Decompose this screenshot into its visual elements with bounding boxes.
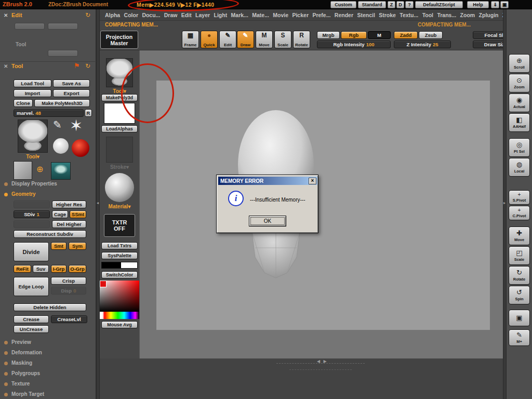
gyro-gizmo-icon[interactable]: ⊕ (36, 164, 43, 174)
edit-tool-button[interactable]: ✎ Edit (219, 31, 236, 48)
menu-movie[interactable]: Movie (273, 12, 288, 18)
right-panel-divider[interactable]: ▸ (503, 9, 507, 399)
display-properties-header[interactable]: Display Properties (11, 181, 57, 187)
stroke-thumbnail[interactable] (106, 137, 133, 163)
rotate-3d-button[interactable]: ↻ Rotate (509, 266, 530, 285)
delete-hidden-button[interactable]: Delete Hidden (14, 303, 86, 311)
mrgb-button[interactable]: Mrgb (317, 31, 340, 39)
menu-picker[interactable]: Picker (292, 12, 309, 18)
edge-loop-button[interactable]: Edge Loop (14, 277, 49, 296)
sym-button[interactable]: Sym (69, 242, 86, 250)
crease-lvl-slider[interactable]: CreaseLvl (51, 315, 87, 323)
ssmt-button[interactable]: SSmt (70, 210, 86, 218)
resize-bar[interactable] (276, 363, 365, 364)
resize-bar[interactable] (289, 369, 352, 370)
actual-button[interactable]: ◉ Actual (509, 94, 530, 112)
igrp-button[interactable]: I-Grp (51, 265, 66, 273)
document-area[interactable] (156, 81, 490, 330)
collapse-left-arrow-icon[interactable]: ◂ (97, 201, 99, 205)
clone-button[interactable]: Clone (14, 99, 33, 107)
rotate-tool-button[interactable]: R Rotate (293, 31, 310, 48)
pt-sel-button[interactable]: ◎ Pt Sel (509, 138, 530, 157)
move-tool-button[interactable]: M Move (256, 31, 273, 48)
menu-tool[interactable]: Tool (422, 12, 433, 18)
sphere-tool-thumbnail[interactable] (53, 138, 69, 154)
standard-button[interactable]: Standard (358, 1, 386, 8)
default-zscript-button[interactable]: DefaultZScript (415, 1, 463, 8)
make-polymesh3d-button[interactable]: Make PolyMesh3D (34, 99, 90, 107)
import-button[interactable]: Import (14, 89, 51, 97)
z-intensity-slider[interactable]: Z Intensity 25 (394, 41, 451, 48)
save-as-button[interactable]: Save As (53, 79, 90, 87)
switchcolor-button[interactable]: SwitchColor (101, 271, 138, 278)
masking-header[interactable]: Masking (11, 360, 32, 366)
help-button[interactable]: Help (467, 1, 489, 8)
quick-tool-button[interactable]: ● Quick (201, 31, 218, 48)
menu-preferences[interactable]: Prefe... (312, 12, 330, 18)
d-button[interactable]: D (396, 1, 404, 8)
current-tool-thumbnail[interactable] (18, 119, 48, 153)
menu-transform[interactable]: Trans... (437, 12, 456, 18)
document-canvas[interactable] (139, 50, 507, 358)
edit-palette-header[interactable]: Edit (11, 12, 22, 18)
marker-head-thumbnail[interactable] (51, 162, 71, 180)
collapse-right-arrow-icon[interactable]: ▸ (503, 201, 506, 205)
current-color-swatch[interactable] (100, 281, 107, 287)
active-tool-thumbnail[interactable] (106, 58, 133, 87)
menu-stroke[interactable]: Stroke (379, 12, 396, 18)
frame-tool-button[interactable]: ▦ Frame (182, 31, 199, 48)
menu-light[interactable]: Light (214, 12, 228, 18)
crisp-button[interactable]: Crisp (51, 277, 86, 285)
dialog-close-icon[interactable]: × (309, 178, 316, 184)
z-button[interactable]: Z (388, 1, 395, 8)
projection-master-button[interactable]: Projection Master (100, 31, 138, 49)
custom-button[interactable]: Custom (330, 1, 356, 8)
menu-marker[interactable]: Mark... (231, 12, 248, 18)
window-icon[interactable]: ▣ (500, 1, 509, 8)
dialog-titlebar[interactable]: MEMORY ERROR × (218, 177, 317, 185)
stroke-dropdown[interactable]: Stroke▾ (100, 164, 139, 170)
divide-button[interactable]: Divide (14, 242, 49, 261)
higher-res-button[interactable]: Higher Res (52, 201, 86, 208)
menu-texture[interactable]: Textu... (400, 12, 418, 18)
material-dropdown[interactable]: Material▾ (100, 204, 139, 209)
suv-button[interactable]: Suv (33, 265, 49, 273)
zadd-button[interactable]: Zadd (394, 31, 418, 39)
rgb-intensity-slider[interactable]: Rgb Intensity 100 (317, 41, 391, 48)
aahalf-button[interactable]: ◧ AAHalf (509, 113, 530, 132)
rgb-button[interactable]: Rgb (341, 31, 367, 39)
reconstruct-subdiv-button[interactable]: Reconstruct Subdiv (14, 230, 86, 238)
texture-off-button[interactable]: TXTR OFF (104, 214, 135, 237)
menu-color[interactable]: Color (124, 12, 138, 18)
mouse-avg-button[interactable]: Mouse Avg (101, 321, 138, 328)
makepoly3d-button[interactable]: MakePoly3d (101, 94, 138, 101)
plane-tool-thumbnail[interactable] (14, 161, 32, 180)
geometry-header[interactable]: Geometry (11, 191, 36, 197)
c-pivot-button[interactable]: + C.Pivot (509, 206, 530, 220)
texture-header[interactable]: Texture (11, 381, 30, 387)
star-tool-icon[interactable]: ✶ (70, 116, 83, 135)
flag-icon[interactable]: ⚑ (74, 62, 80, 70)
refit-button[interactable]: ReFit (14, 265, 31, 273)
smt-button[interactable]: Smt (51, 242, 66, 250)
zsub-button[interactable]: Zsub (419, 31, 443, 39)
scale-3d-button[interactable]: ◰ Scale (509, 246, 530, 265)
menu-alpha[interactable]: Alpha (105, 12, 120, 18)
snapshot-button[interactable]: ▣ (509, 310, 530, 326)
del-higher-button[interactable]: Del Higher (52, 220, 86, 228)
load-tool-button[interactable]: Load Tool (14, 79, 51, 87)
polygroups-header[interactable]: Polygroups (11, 370, 40, 376)
tool-palette-header[interactable]: Tool (11, 63, 23, 69)
export-button[interactable]: Export (53, 89, 90, 97)
bw-gradient-swatch[interactable] (101, 262, 138, 269)
crease-button[interactable]: Crease (14, 315, 49, 323)
m-button[interactable]: M (368, 31, 391, 39)
tool-quick-dropdown[interactable]: Tool▾ (100, 88, 139, 94)
tool-name-field[interactable]: marvel. 48 (14, 109, 84, 117)
preview-header[interactable]: Preview (11, 339, 31, 345)
morph-target-header[interactable]: Morph Target (11, 391, 44, 397)
s-pivot-button[interactable]: + S.Pivot (509, 190, 530, 205)
cage-button[interactable]: Cage (52, 210, 68, 218)
tool-dropdown[interactable]: Tool▾ (18, 154, 48, 159)
move-3d-button[interactable]: ✚ Move (509, 227, 530, 245)
